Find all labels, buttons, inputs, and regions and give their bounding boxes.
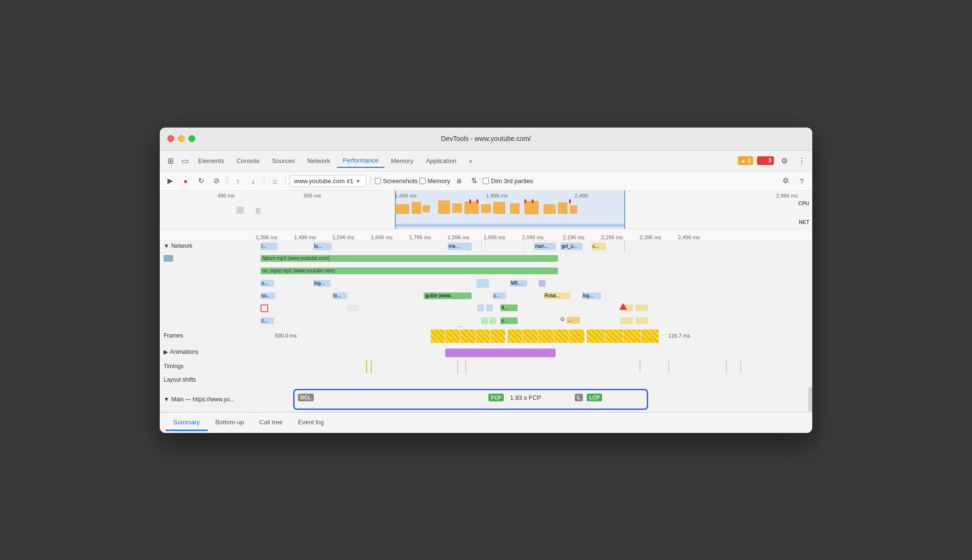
timings-content [256, 360, 812, 373]
bar-yellow2 [636, 304, 648, 311]
svg-rect-18 [532, 199, 533, 203]
frame-stripe-13 [623, 329, 641, 343]
screenshots-label: Screenshots [383, 177, 417, 185]
tab-elements[interactable]: Elements [192, 154, 230, 167]
tick-1696: 1,696 ms [371, 234, 392, 240]
net-bar-lo: lo... [313, 243, 332, 250]
bar-lo: lo... [332, 292, 347, 299]
settings-icon[interactable]: ⚙ [778, 154, 791, 167]
row3-label [160, 277, 256, 290]
svg-rect-2 [423, 205, 430, 212]
bar-orange: ... [567, 317, 580, 324]
frames-label-text: Frames [164, 332, 183, 339]
tab-performance[interactable]: Performance [337, 154, 384, 168]
tab-event-log[interactable]: Event log [290, 415, 332, 431]
toolbar: ▶ ● ↻ ⊘ ↑ ↓ ⌂ www.youtube.com #1 ▾ Scree… [160, 172, 812, 191]
svg-rect-13 [237, 207, 244, 214]
timing-line-2 [371, 360, 372, 373]
tab-bar: ⊞ ▭ Elements Console Sources Network Per… [160, 151, 812, 172]
screenshots-checkbox[interactable] [375, 178, 381, 184]
gear-icon[interactable]: ⚙ [779, 174, 792, 187]
frame-stripe-14 [641, 329, 659, 343]
tab-bottom-up[interactable]: Bottom-up [208, 415, 252, 431]
svg-rect-11 [558, 202, 568, 214]
frames-yellow-2 [508, 329, 584, 343]
bar-rotat: Rotat... [544, 292, 570, 299]
layout-shifts-row: Layout shifts [160, 373, 812, 387]
main-content: DCL FCP 1.93 s FCP L LCP [256, 387, 812, 412]
animations-expand-icon[interactable]: ▶ [164, 349, 168, 355]
reload-button[interactable]: ↻ [194, 174, 208, 187]
bar-log2: log... [582, 292, 601, 299]
svg-rect-0 [395, 204, 409, 214]
bottom-tabs: Summary Bottom-up Call tree Event log [160, 412, 812, 433]
memory-icon[interactable]: 🖥 [452, 174, 465, 187]
url-selector[interactable]: www.youtube.com #1 ▾ [290, 175, 367, 187]
network-throttle-icon[interactable]: ⇅ [467, 174, 481, 187]
vline-2 [485, 241, 486, 252]
timeline-overview[interactable]: 496 ms 996 ms 1,496 ms 1,996 ms 2,496 2,… [160, 191, 812, 229]
net-bar-overview [395, 224, 625, 227]
frame-stripe-7 [523, 329, 538, 343]
maximize-button[interactable] [189, 135, 195, 142]
minimize-button[interactable] [178, 135, 185, 142]
help-icon[interactable]: ? [795, 174, 808, 187]
frame-stripe-2 [446, 329, 460, 343]
svg-rect-6 [481, 204, 491, 213]
tab-more[interactable]: » [463, 154, 478, 167]
dcl-badge: DCL [298, 394, 314, 401]
frame-stripe-3 [461, 329, 475, 343]
net-bar-ma: ma... [448, 243, 472, 250]
more-options-icon[interactable]: ⋮ [795, 154, 808, 167]
close-button[interactable] [167, 135, 174, 142]
failure-row-content: failure.mp3 (www.youtube.com) [256, 252, 812, 265]
divider-2 [264, 176, 264, 186]
timings-label: Timings [160, 360, 256, 373]
main-expand-icon[interactable]: ▼ [164, 396, 169, 403]
frame-stripe-1 [431, 329, 445, 343]
tab-console[interactable]: Console [231, 154, 265, 167]
bar-pink [539, 280, 545, 287]
cursor-icon[interactable]: ⊞ [164, 154, 177, 167]
bar-log: log... [313, 280, 331, 287]
no-input-mp3-bar: no_input.mp3 (www.youtube.com) [261, 268, 558, 274]
bar-m9: M9... [510, 280, 527, 287]
tick-2396: 2,396 ms [640, 234, 661, 240]
record-button[interactable]: ● [179, 174, 192, 187]
tab-memory[interactable]: Memory [385, 154, 419, 167]
animations-content [256, 345, 812, 360]
bar-blue-box [476, 279, 489, 288]
tick-1596: 1,596 ms [332, 234, 354, 240]
upload-button[interactable]: ↑ [231, 174, 245, 187]
bar-o: o... [261, 280, 274, 287]
tab-sources[interactable]: Sources [266, 154, 301, 167]
memory-checkbox[interactable] [419, 178, 426, 184]
tab-network[interactable]: Network [302, 154, 336, 167]
download-button[interactable]: ↓ [247, 174, 260, 187]
tick-1896: 1,896 ms [448, 234, 469, 240]
memory-check: Memory [419, 177, 450, 185]
toolbar-right: ⚙ ? [779, 174, 808, 187]
clear-button[interactable]: ⊘ [210, 174, 223, 187]
window-title: DevTools - www.youtube.com/ [441, 135, 531, 142]
bar-yellow4 [636, 317, 648, 324]
home-button[interactable]: ⌂ [268, 174, 282, 187]
scrollbar-right[interactable] [808, 387, 812, 412]
frames-yellow-1 [431, 329, 505, 343]
tab-application[interactable]: Application [420, 154, 462, 167]
tab-summary[interactable]: Summary [166, 415, 208, 431]
url-text: www.youtube.com #1 [294, 177, 354, 185]
sidebar-toggle-button[interactable]: ▶ [164, 174, 177, 187]
row4-content: su... lo... guide (www... c... Rotat... … [256, 290, 812, 302]
tab-call-tree[interactable]: Call tree [252, 415, 290, 431]
svg-rect-15 [469, 199, 471, 203]
network-row-content: l... lo... ma... man... get_u... c... [256, 241, 812, 252]
net-bar-get-u: get_u... [560, 243, 582, 250]
bar-y: y... [500, 317, 518, 324]
row4: su... lo... guide (www... c... Rotat... … [160, 290, 812, 302]
network-collapse-icon[interactable]: ▼ [164, 243, 169, 249]
dim-3rd-checkbox[interactable] [483, 178, 489, 184]
frame-stripe-11 [587, 329, 605, 343]
dim-3rd-check: Dim 3rd parties [483, 177, 533, 185]
device-icon[interactable]: ▭ [178, 154, 191, 167]
